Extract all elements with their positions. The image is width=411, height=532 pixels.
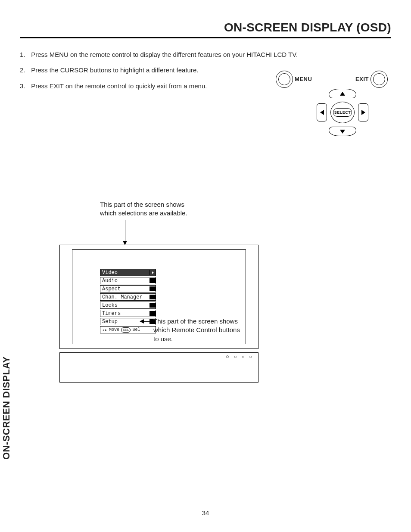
osd-item-label: Setup — [102, 319, 118, 325]
tab-icon — [149, 303, 156, 308]
osd-item-aspect: Aspect — [100, 285, 156, 292]
callout-text: which selections are available. — [100, 209, 221, 218]
callout-remote-buttons: This part of the screen shows which Remo… — [153, 317, 252, 343]
pointer-line-icon — [125, 220, 125, 242]
tv-diagram: Video Audio Aspect Chan. Manager — [59, 245, 258, 382]
remote-control-diagram: MENU EXIT SELECT — [276, 68, 388, 137]
submenu-indicator-icon — [149, 270, 156, 275]
osd-footer-sel: Sel — [132, 327, 140, 332]
osd-footer: ◂▸ Move SEL Sel — [100, 326, 156, 333]
menu-button-label: MENU — [295, 76, 312, 82]
osd-item-timers: Timers — [100, 310, 156, 317]
cursor-left-icon — [317, 103, 327, 121]
page-number: 34 — [0, 509, 411, 516]
tab-icon — [149, 311, 156, 316]
select-button-icon: SELECT — [330, 102, 355, 123]
osd-item-audio: Audio — [100, 277, 156, 284]
callout-text: This part of the screen shows — [100, 200, 221, 209]
callout-text: which Remote Control buttons — [153, 326, 252, 334]
menu-button-icon — [276, 71, 293, 88]
osd-item-label: Audio — [102, 278, 118, 284]
instruction-text: Press MENU on the remote control to disp… — [31, 51, 298, 58]
osd-item-label: Aspect — [102, 286, 121, 292]
osd-item-label: Video — [102, 270, 118, 276]
instruction-text: Press EXIT on the remote control to quic… — [31, 82, 207, 90]
pointer-line-icon — [142, 321, 154, 322]
select-button-label: SELECT — [333, 108, 352, 117]
instruction-number: 1. — [20, 50, 29, 59]
osd-footer-move: Move — [109, 327, 119, 332]
page-title: ON-SCREEN DISPLAY (OSD) — [20, 21, 391, 38]
osd-menu: Video Audio Aspect Chan. Manager — [100, 269, 156, 334]
exit-button-icon — [371, 71, 388, 88]
instruction-number: 2. — [20, 66, 29, 75]
side-tab-label: ON-SCREEN DISPLAY — [1, 356, 12, 460]
osd-item-locks: Locks — [100, 302, 156, 309]
callout-selections: This part of the screen shows which sele… — [100, 200, 221, 218]
exit-button-label: EXIT — [355, 76, 369, 82]
osd-item-video: Video — [100, 269, 156, 276]
sel-pill-icon: SEL — [121, 327, 131, 333]
osd-item-label: Locks — [102, 302, 118, 308]
osd-item-label: Timers — [102, 311, 121, 317]
cursor-pad-icon: SELECT — [317, 89, 368, 136]
callout-text: to use. — [153, 335, 252, 343]
instruction-number: 3. — [20, 82, 29, 90]
callout-text: This part of the screen shows — [153, 317, 252, 326]
instruction-text: Press the CURSOR buttons to highlight a … — [31, 66, 198, 74]
tv-base: ○ ○ ○ ○ — [59, 352, 258, 383]
cursor-right-icon — [358, 103, 368, 121]
cursor-down-icon — [329, 127, 356, 136]
tab-icon — [149, 278, 156, 283]
tab-icon — [149, 295, 156, 299]
move-arrows-icon: ◂▸ — [102, 327, 107, 333]
osd-item-chan-manager: Chan. Manager — [100, 293, 156, 301]
list-item: 1. Press MENU on the remote control to d… — [20, 50, 391, 59]
osd-item-label: Chan. Manager — [102, 294, 143, 300]
cursor-up-icon — [329, 89, 356, 98]
tab-icon — [149, 286, 156, 291]
